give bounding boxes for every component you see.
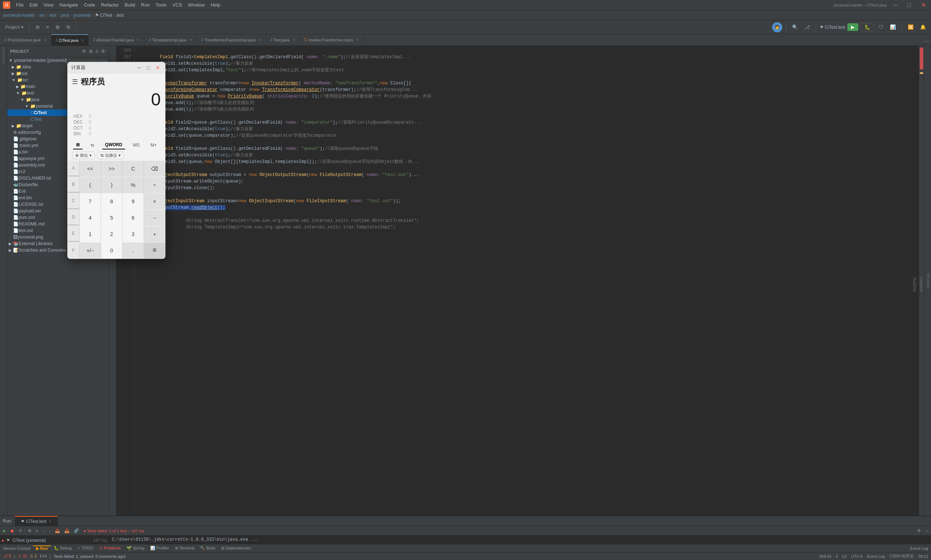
calc-3[interactable]: 3 [123, 226, 144, 242]
run-open-external[interactable]: 🔗 [72, 528, 80, 534]
calc-6[interactable]: 6 [123, 210, 144, 226]
toolbar-project-btn[interactable]: Project ▾ [3, 23, 26, 31]
calc-percent[interactable]: % [123, 177, 144, 193]
run-tab-close[interactable]: ✕ [49, 519, 52, 523]
calc-hamburger-icon[interactable]: ☰ [72, 78, 78, 86]
sidebar-collapse[interactable]: ≡ [95, 48, 99, 55]
database-label[interactable]: Database [919, 277, 923, 292]
menu-help[interactable]: Help [208, 2, 223, 8]
info-count[interactable]: ℹ 44 [40, 554, 47, 558]
calc-subtract[interactable]: − [144, 210, 165, 226]
error-count[interactable]: ⚠ 32 [18, 554, 27, 558]
calc-rshift[interactable]: >> [101, 161, 122, 177]
breadcrumb-root[interactable]: ysoserial-master [3, 13, 35, 18]
problems-tab-bottom[interactable]: ⚠ Problems [96, 546, 124, 551]
user-avatar[interactable]: 🧑 [772, 22, 782, 32]
tab-close-templatesimpl[interactable]: ✕ [189, 38, 192, 42]
window-close[interactable]: ✕ [919, 0, 928, 10]
calc-plusminus[interactable]: +/− [80, 243, 101, 258]
line-ending[interactable]: LF [842, 554, 847, 558]
encoding[interactable]: UTF-8 [851, 554, 863, 558]
toolbar-vcs[interactable]: ⎇ [802, 23, 812, 31]
breadcrumb-src[interactable]: src [39, 13, 45, 18]
menu-run[interactable]: Run [138, 2, 153, 8]
cursor-position[interactable]: 309:34 [819, 554, 831, 558]
tab-templatesimpl[interactable]: J TemplatesImpl.java ✕ [145, 34, 197, 45]
run-export[interactable]: 📤 [54, 528, 62, 534]
calc-5[interactable]: 5 [101, 210, 122, 226]
breadcrumb-ysoserial[interactable]: ysoserial [73, 13, 90, 18]
breadcrumb-test[interactable]: test [49, 13, 56, 18]
calc-clear[interactable]: C [123, 161, 144, 177]
run-sort[interactable]: ⊞ [26, 528, 33, 534]
calc-bitshift-btn[interactable]: ⇆ 位移位 ▾ [97, 152, 124, 159]
calc-grid-icon[interactable]: ⊞ [73, 141, 83, 149]
event-log-area[interactable]: Event Log [910, 546, 931, 551]
run-filter[interactable]: ≡ [34, 528, 39, 534]
tab-abstracttranslet[interactable]: J AbstractTranslet.java ✕ [89, 34, 145, 45]
calc-9[interactable]: 9 [123, 194, 144, 209]
calc-bitshift-icon[interactable]: ⇆ [88, 141, 97, 149]
calc-maximize[interactable]: □ [145, 65, 151, 71]
calc-close[interactable]: ✕ [154, 65, 162, 71]
calc-bitwise-btn[interactable]: ⊕ 按位 ▾ [72, 152, 95, 159]
tab-citest-run[interactable]: ⚑ CiTest.test ✕ [15, 516, 57, 526]
terminal-tab-bottom[interactable]: ⊞ Terminal [172, 546, 197, 551]
calc-add[interactable]: + [144, 226, 165, 242]
menu-vcs[interactable]: VCS [169, 2, 185, 8]
calc-decimal[interactable]: . [123, 243, 144, 258]
calc-equals[interactable]: = [144, 243, 165, 258]
editor-content[interactable]: 286 287 288 289 290 291 292 293 294 295 … [109, 46, 924, 515]
calc-bin-value[interactable]: 0 [89, 131, 159, 136]
toolbar-settings[interactable]: ⚙ [64, 23, 73, 31]
toolbar-search[interactable]: 🔍 [790, 23, 800, 31]
event-log[interactable]: Event Log [867, 554, 885, 558]
menu-code[interactable]: Code [81, 2, 98, 8]
sidebar-settings[interactable]: ⚙ [100, 48, 106, 55]
toolbar-optimize[interactable]: ≡ [44, 23, 51, 31]
spring-tab-bottom[interactable]: 🌱 Spring [124, 546, 147, 551]
run-button[interactable]: ▶ [847, 23, 858, 31]
tab-priorityqueue[interactable]: J PriorityQueue.java ✕ [0, 34, 51, 45]
run-rerun[interactable]: ↺ [17, 528, 23, 534]
breadcrumb-java[interactable]: java [61, 13, 69, 18]
sidebar-gear[interactable]: ⚙ [82, 48, 87, 55]
test-item-citest[interactable]: ● ⚑ CiTest (ysoserial) 147 ms [0, 537, 109, 544]
menu-view[interactable]: View [40, 2, 56, 8]
tab-transformerfactoryimpl[interactable]: J TransformerFactoryImpl.java ✕ [197, 34, 266, 45]
menu-navigate[interactable]: Navigate [56, 2, 81, 8]
run-panel-minimize[interactable]: ─ [924, 528, 929, 534]
calc-hex-value[interactable]: 0 [89, 114, 159, 119]
run-next[interactable]: ↓ [47, 528, 52, 534]
tab-close-priorityqueue[interactable]: ✕ [44, 38, 46, 42]
dependencies-tab-bottom[interactable]: ⊞ Dependencies [218, 546, 254, 551]
toolbar-inspect[interactable]: ⊠ [54, 23, 62, 31]
bookmarks-label[interactable]: Bookmarks [2, 47, 5, 64]
calc-divide[interactable]: ÷ [144, 177, 165, 193]
tab-close-invokertransformer[interactable]: ✕ [356, 38, 359, 42]
menu-edit[interactable]: Edit [26, 2, 40, 8]
indent-info[interactable]: 4 [836, 554, 838, 558]
calc-0[interactable]: 0 [101, 243, 122, 258]
calc-mplus-btn[interactable]: M+ [148, 141, 160, 149]
calc-8[interactable]: 8 [101, 194, 122, 209]
code-editor[interactable]: Field field1=templatesImpl.getClass().ge… [135, 46, 919, 515]
vcs-tab[interactable]: Version Control [0, 546, 33, 551]
tabs-overflow[interactable]: ⋯ [922, 37, 931, 45]
calc-4[interactable]: 4 [80, 210, 101, 226]
run-tab-bottom[interactable]: ▶ Run [33, 545, 51, 551]
structure-label[interactable]: Structure [926, 274, 930, 288]
tab-close-abstracttranslet[interactable]: ✕ [137, 38, 140, 42]
breadcrumb-citest[interactable]: ⚑ CiTest [95, 13, 112, 18]
menu-build[interactable]: Build [122, 2, 138, 8]
run-import[interactable]: 📥 [63, 528, 71, 534]
menu-tools[interactable]: Tools [153, 2, 169, 8]
window-minimize[interactable]: ─ [891, 0, 899, 10]
calc-1[interactable]: 1 [80, 226, 101, 242]
toolbar-git[interactable]: 🔀 [906, 23, 916, 31]
run-restart[interactable]: ▶ [2, 528, 7, 534]
run-panel-settings[interactable]: ⚙ [916, 528, 922, 534]
calc-backspace[interactable]: ⌫ [144, 161, 165, 177]
window-maximize[interactable]: □ [905, 0, 913, 10]
calc-ms-btn[interactable]: MS [130, 141, 143, 149]
